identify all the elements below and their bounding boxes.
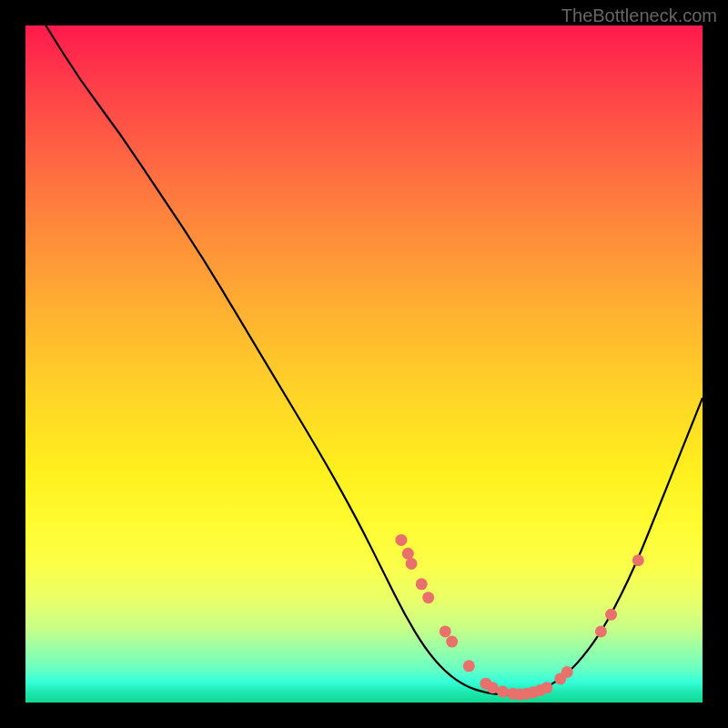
plot-area <box>25 25 703 703</box>
data-marker <box>395 534 407 546</box>
data-marker <box>406 558 418 570</box>
data-marker <box>446 636 458 648</box>
data-markers <box>395 534 643 701</box>
data-marker <box>497 686 509 698</box>
data-marker <box>561 666 573 678</box>
data-marker <box>422 592 434 603</box>
bottleneck-curve <box>46 25 703 694</box>
data-marker <box>440 625 451 637</box>
data-marker <box>416 578 428 590</box>
data-marker <box>487 682 499 693</box>
chart-svg <box>25 25 703 703</box>
data-marker <box>541 682 552 693</box>
data-marker <box>632 554 644 566</box>
data-marker <box>463 660 475 672</box>
watermark-text: TheBottleneck.com <box>561 5 717 26</box>
data-marker <box>605 609 617 621</box>
data-marker <box>595 625 607 637</box>
data-marker <box>402 548 414 560</box>
